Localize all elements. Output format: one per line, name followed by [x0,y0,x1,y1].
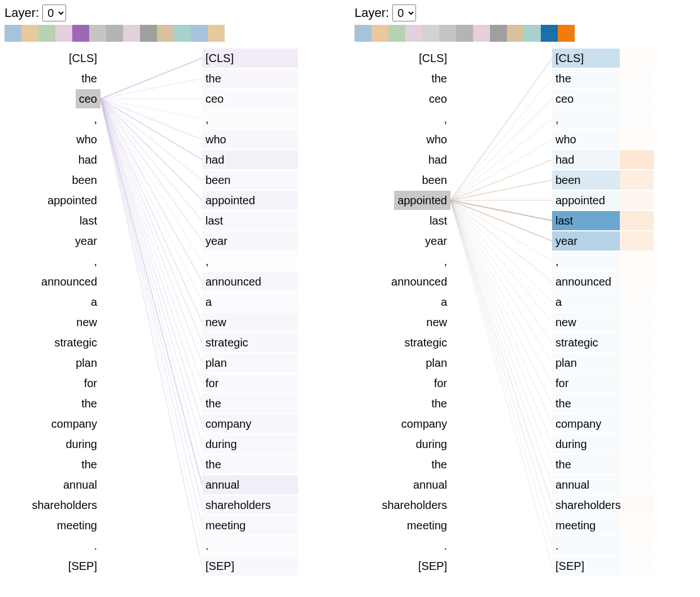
source-token[interactable]: . [85,536,100,555]
target-token[interactable]: a [552,292,568,311]
source-token[interactable]: strategic [401,333,450,352]
head-swatch[interactable] [89,25,106,42]
source-token[interactable]: a [435,292,450,311]
source-token[interactable]: who [423,130,450,149]
target-token[interactable]: year [202,231,231,251]
target-token[interactable]: . [552,536,568,555]
source-token[interactable]: the [78,455,100,474]
target-token[interactable]: announced [202,272,265,291]
source-token[interactable]: who [73,130,100,149]
target-token[interactable]: had [552,150,578,169]
source-token[interactable]: appointed [44,191,100,210]
source-token[interactable]: for [431,374,450,393]
head-swatch[interactable] [174,25,191,42]
source-token[interactable]: a [85,292,100,311]
source-token[interactable]: company [398,414,450,433]
source-token[interactable]: shareholders [378,495,450,515]
source-token[interactable]: the [78,69,100,88]
head-swatch[interactable] [558,25,575,42]
target-token[interactable]: annual [202,475,243,494]
target-token[interactable]: strategic [202,333,252,352]
layer-select[interactable]: 0 [392,5,416,21]
target-token[interactable]: , [552,109,568,129]
target-token[interactable]: strategic [552,333,602,352]
head-swatch[interactable] [405,25,422,42]
source-token[interactable]: announced [388,272,450,291]
source-token[interactable]: annual [60,475,100,494]
source-token[interactable]: , [435,109,450,129]
target-token[interactable]: new [202,313,230,332]
target-token[interactable]: meeting [552,516,599,535]
target-token[interactable]: last [552,211,576,230]
source-token[interactable]: new [423,313,450,332]
target-token[interactable]: shareholders [202,495,274,515]
target-token[interactable]: ceo [552,89,577,108]
head-swatch[interactable] [140,25,157,42]
head-swatch[interactable] [55,25,72,42]
source-token[interactable]: [SEP] [415,556,450,576]
source-token[interactable]: during [62,434,100,454]
source-token[interactable]: for [81,374,100,393]
target-token[interactable]: had [202,150,228,169]
head-swatch[interactable] [191,25,208,42]
source-token[interactable]: had [425,150,450,169]
target-token[interactable]: last [202,211,226,230]
target-token[interactable]: the [552,455,575,474]
head-swatch[interactable] [123,25,140,42]
target-token[interactable]: plan [202,353,230,372]
source-token[interactable]: appointed [394,191,450,210]
target-token[interactable]: company [202,414,255,433]
target-token[interactable]: annual [552,475,593,494]
source-token[interactable]: the [78,394,100,413]
head-swatch[interactable] [507,25,524,42]
target-token[interactable]: the [202,394,225,413]
source-token[interactable]: , [85,109,100,129]
source-token[interactable]: [CLS] [65,49,100,68]
source-token[interactable]: . [435,536,450,555]
layer-select[interactable]: 0 [42,5,66,21]
target-token[interactable]: announced [552,272,615,291]
target-token[interactable]: [SEP] [552,556,588,576]
target-token[interactable]: been [552,170,584,190]
source-token[interactable]: , [435,252,450,271]
source-token[interactable]: ceo [76,89,100,108]
target-token[interactable]: who [202,130,230,149]
source-token[interactable]: during [412,434,450,454]
head-swatch[interactable] [355,25,371,42]
target-token[interactable]: , [202,109,218,129]
target-token[interactable]: [CLS] [552,49,587,68]
target-token[interactable]: [SEP] [202,556,238,576]
target-token[interactable]: who [552,130,580,149]
head-swatch[interactable] [208,25,225,42]
source-token[interactable]: annual [410,475,450,494]
source-token[interactable]: ceo [426,89,450,108]
target-token[interactable]: shareholders [552,495,624,515]
source-token[interactable]: [CLS] [415,49,450,68]
source-token[interactable]: announced [38,272,100,291]
source-token[interactable]: been [419,170,451,190]
target-token[interactable]: a [202,292,218,311]
target-token[interactable]: year [552,231,581,251]
target-token[interactable]: company [552,414,605,433]
target-token[interactable]: been [202,170,234,190]
target-token[interactable]: , [202,252,218,271]
target-token[interactable]: new [552,313,580,332]
target-token[interactable]: ceo [202,89,227,108]
head-swatch[interactable] [524,25,541,42]
target-token[interactable]: appointed [552,191,609,210]
head-swatch[interactable] [439,25,456,42]
source-token[interactable]: new [73,313,100,332]
head-swatch[interactable] [371,25,388,42]
target-token[interactable]: the [202,455,225,474]
source-token[interactable]: shareholders [28,495,100,515]
target-token[interactable]: for [552,374,572,393]
source-token[interactable]: year [422,231,450,251]
source-token[interactable]: company [48,414,100,433]
target-token[interactable]: , [552,252,568,271]
head-swatch[interactable] [5,25,21,42]
head-swatch[interactable] [72,25,89,42]
source-token[interactable]: the [428,394,450,413]
target-token[interactable]: for [202,374,222,393]
source-token[interactable]: meeting [54,516,100,535]
source-token[interactable]: plan [72,353,100,372]
